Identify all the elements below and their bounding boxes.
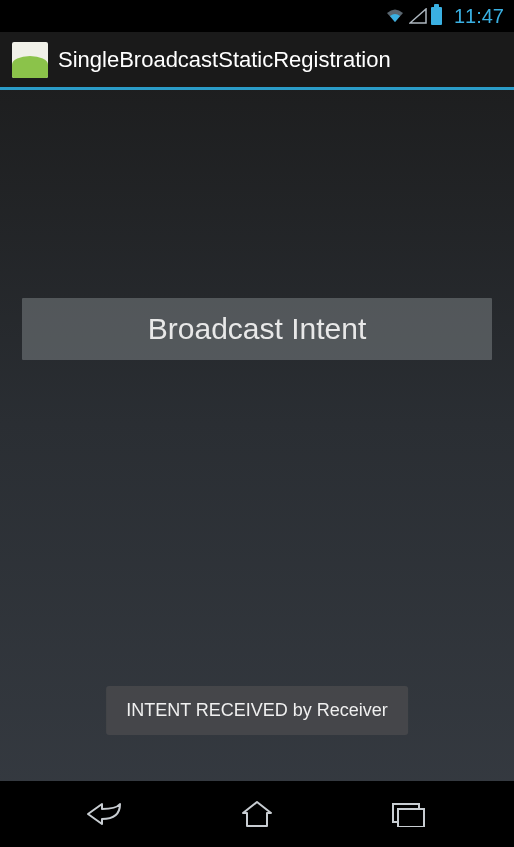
signal-icon: [409, 8, 427, 24]
status-icons: [385, 7, 442, 25]
app-icon: [12, 42, 48, 78]
wifi-icon: [385, 8, 405, 24]
app-title: SingleBroadcastStaticRegistration: [58, 47, 391, 73]
action-bar: SingleBroadcastStaticRegistration: [0, 32, 514, 90]
recent-apps-button[interactable]: [368, 794, 448, 834]
back-button[interactable]: [66, 794, 146, 834]
navigation-bar: [0, 781, 514, 847]
battery-icon: [431, 7, 442, 25]
status-time: 11:47: [454, 5, 504, 28]
toast-message: INTENT RECEIVED by Receiver: [106, 686, 408, 735]
home-button[interactable]: [217, 794, 297, 834]
broadcast-intent-button[interactable]: Broadcast Intent: [22, 298, 492, 360]
status-bar: 11:47: [0, 0, 514, 32]
svg-rect-1: [398, 809, 424, 827]
content-area: Broadcast Intent INTENT RECEIVED by Rece…: [0, 90, 514, 781]
